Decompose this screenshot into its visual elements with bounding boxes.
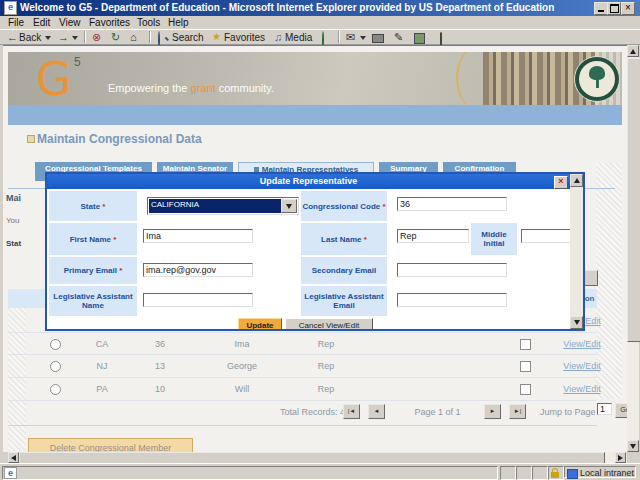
vertical-scrollbar[interactable] xyxy=(627,45,639,452)
nav-bar xyxy=(8,105,622,125)
last-name-input[interactable] xyxy=(397,229,469,243)
ie-document-icon: e xyxy=(4,1,17,15)
favorites-icon[interactable]: ★ xyxy=(212,31,221,43)
next-page-button[interactable]: ► xyxy=(484,404,501,419)
dialog-scroll-down-icon[interactable] xyxy=(570,316,583,329)
media-button[interactable]: Media xyxy=(285,32,312,43)
print-icon[interactable] xyxy=(372,31,384,45)
scroll-right-icon[interactable] xyxy=(615,452,626,463)
view-edit-link[interactable]: View/Edit xyxy=(555,384,609,394)
hidden-filter-label-fragment: Stat xyxy=(6,239,21,248)
label-text: Secondary Email xyxy=(312,266,376,275)
table-row: PA 10 Will Rep View/Edit xyxy=(8,377,597,401)
maximize-button[interactable] xyxy=(607,2,621,15)
banner-tagline: Empowering the grant community. xyxy=(108,82,274,94)
view-edit-link[interactable]: View/Edit xyxy=(555,339,609,349)
back-icon[interactable]: ← xyxy=(7,31,18,43)
congressional-code-label: Congressional Code * xyxy=(301,191,387,221)
menu-bar: File Edit View Favorites Tools Help xyxy=(0,16,640,29)
heading-bullet-icon xyxy=(27,135,35,143)
menu-item-help[interactable]: Help xyxy=(168,17,189,28)
cancel-view-edit-button[interactable]: Cancel View/Edit xyxy=(285,318,373,329)
menu-item-edit[interactable]: Edit xyxy=(33,17,50,28)
refresh-icon[interactable]: ↻ xyxy=(111,31,120,43)
horizontal-scrollbar[interactable] xyxy=(8,452,627,463)
total-records: Total Records: 4 xyxy=(280,407,345,417)
required-star: * xyxy=(102,202,105,211)
jump-to-page-input[interactable] xyxy=(597,403,612,415)
table-row: NJ 13 George Rep View/Edit xyxy=(8,354,597,378)
label-text: Last Name xyxy=(321,235,361,244)
mail-icon[interactable]: ✉ xyxy=(346,31,355,43)
page-title: Maintain Congressional Data xyxy=(37,132,202,146)
mail-dropdown-icon[interactable] xyxy=(360,36,366,40)
cell-last-name: Rep xyxy=(294,384,358,394)
legislative-assistant-name-input[interactable] xyxy=(143,293,253,307)
secondary-email-input[interactable] xyxy=(397,263,507,277)
last-page-button[interactable]: ►| xyxy=(509,404,526,419)
row-checkbox[interactable] xyxy=(520,339,531,350)
update-button[interactable]: Update xyxy=(238,318,282,329)
status-pane xyxy=(516,466,532,480)
delete-congressional-member-button[interactable]: Delete Congressional Member xyxy=(28,438,193,452)
vertical-scroll-thumb[interactable] xyxy=(627,58,640,342)
stop-icon[interactable]: ⊗ xyxy=(92,31,101,43)
dialog-close-icon[interactable]: × xyxy=(554,176,568,189)
home-icon[interactable]: ⌂ xyxy=(130,31,137,43)
row-checkbox[interactable] xyxy=(520,361,531,372)
update-representative-dialog: Update Representative × State * CALIFORN… xyxy=(45,172,585,331)
minimize-button[interactable] xyxy=(594,2,608,15)
cell-code: 13 xyxy=(144,361,176,371)
cell-last-name: Rep xyxy=(294,339,358,349)
go-button[interactable]: Go xyxy=(615,403,627,418)
edit-icon[interactable]: ✎ xyxy=(394,31,403,43)
menu-item-favorites[interactable]: Favorites xyxy=(89,17,130,28)
row-radio[interactable] xyxy=(50,339,61,350)
menu-item-tools[interactable]: Tools xyxy=(137,17,160,28)
first-name-input[interactable] xyxy=(143,229,253,243)
forward-icon[interactable]: → xyxy=(58,31,69,43)
g5-logo-5: 5 xyxy=(74,55,81,69)
messenger-icon[interactable] xyxy=(414,31,425,46)
g5-banner: G 5 Empowering the grant community. xyxy=(8,52,622,105)
scroll-left-icon[interactable] xyxy=(8,452,19,463)
label-text: State xyxy=(81,202,101,211)
jump-to-page-label: Jump to Page xyxy=(540,407,596,417)
first-page-button[interactable]: |◄ xyxy=(343,404,360,419)
scroll-down-icon[interactable] xyxy=(627,440,639,452)
legislative-assistant-name-label: Legislative Assistant Name xyxy=(49,286,137,316)
required-star: * xyxy=(119,266,122,275)
favorites-button[interactable]: Favorites xyxy=(224,32,265,43)
scroll-up-icon[interactable] xyxy=(627,45,639,57)
view-edit-link[interactable]: View/Edit xyxy=(555,361,609,371)
row-checkbox[interactable] xyxy=(520,384,531,395)
back-button[interactable]: Back xyxy=(19,32,41,43)
state-select[interactable]: CALIFORNIA xyxy=(147,197,299,215)
back-dropdown-icon[interactable] xyxy=(45,36,51,40)
dialog-scrollbar[interactable] xyxy=(570,174,583,329)
label-text: Middle Initial xyxy=(472,230,516,248)
cell-last-name: Rep xyxy=(294,361,358,371)
hidden-section-heading-fragment: Mai xyxy=(6,193,21,203)
prev-page-button[interactable]: ◄ xyxy=(368,404,385,419)
primary-email-input[interactable] xyxy=(143,263,253,277)
close-button[interactable]: × xyxy=(621,2,635,15)
cell-code: 10 xyxy=(144,384,176,394)
row-radio[interactable] xyxy=(50,384,61,395)
dialog-scroll-up-icon[interactable] xyxy=(570,174,583,187)
row-radio[interactable] xyxy=(50,361,61,372)
congressional-code-input[interactable] xyxy=(397,197,507,211)
select-dropdown-icon[interactable] xyxy=(281,199,297,213)
window-titlebar: e Welcome to G5 - Department of Educatio… xyxy=(0,0,640,16)
forward-dropdown-icon[interactable] xyxy=(72,36,78,40)
menu-item-file[interactable]: File xyxy=(8,17,24,28)
menu-item-view[interactable]: View xyxy=(59,17,81,28)
label-text: Primary Email xyxy=(64,266,117,275)
search-button[interactable]: Search xyxy=(172,32,204,43)
cell-first-name: Will xyxy=(204,384,280,394)
secondary-email-label: Secondary Email xyxy=(301,257,387,284)
page-indicator: Page 1 of 1 xyxy=(395,407,480,417)
media-icon[interactable]: ♫ xyxy=(274,31,282,43)
middle-initial-input[interactable] xyxy=(521,229,570,243)
legislative-assistant-email-input[interactable] xyxy=(397,293,507,307)
